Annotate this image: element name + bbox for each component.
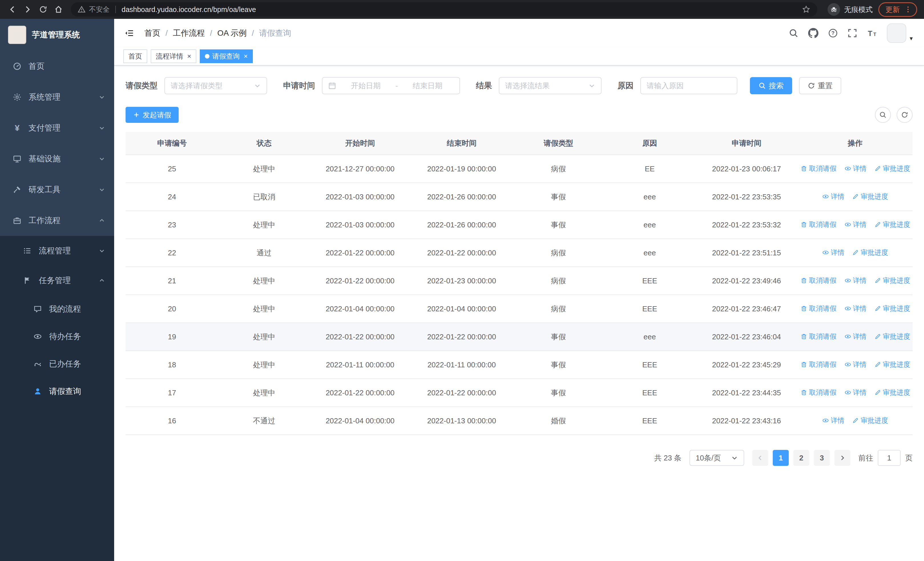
table-row[interactable]: 25 处理中 2021-12-27 00:00:00 2022-01-19 00… bbox=[126, 155, 913, 183]
close-icon[interactable]: × bbox=[187, 52, 191, 60]
table-row[interactable]: 20 处理中 2022-01-04 00:00:00 2022-01-04 00… bbox=[126, 295, 913, 323]
leave-type-select[interactable]: 请选择请假类型 bbox=[164, 77, 267, 94]
sidebar-item-devtools[interactable]: 研发工具 bbox=[0, 174, 114, 205]
table-row[interactable]: 22 通过 2022-01-22 00:00:00 2022-01-22 00:… bbox=[126, 239, 913, 267]
avatar[interactable] bbox=[887, 23, 906, 43]
page-size-select[interactable]: 10条/页 bbox=[689, 450, 744, 466]
user-menu[interactable]: ▼ bbox=[887, 23, 914, 43]
sidebar-item-todo-tasks[interactable]: 待办任务 bbox=[0, 323, 114, 350]
pen-icon bbox=[874, 333, 881, 340]
search-icon[interactable] bbox=[789, 28, 798, 38]
collapse-sidebar-button[interactable] bbox=[124, 28, 134, 38]
cancel-leave-link[interactable]: 取消请假 bbox=[801, 164, 836, 173]
reason-input[interactable] bbox=[646, 81, 731, 90]
sidebar-item-infra[interactable]: 基础设施 bbox=[0, 143, 114, 174]
refresh-table-button[interactable] bbox=[897, 107, 913, 123]
browser-menu-icon[interactable] bbox=[904, 6, 912, 13]
security-chip[interactable]: 不安全 bbox=[78, 5, 110, 14]
fullscreen-icon[interactable] bbox=[848, 28, 857, 38]
cell-end-time: 2022-01-13 00:00:00 bbox=[410, 407, 513, 435]
result-select[interactable]: 请选择流结果 bbox=[499, 77, 602, 94]
sidebar-item-home[interactable]: 首页 bbox=[0, 51, 114, 82]
sidebar-item-system[interactable]: 系统管理 bbox=[0, 82, 114, 113]
progress-link[interactable]: 审批进度 bbox=[874, 276, 910, 285]
detail-link[interactable]: 详情 bbox=[844, 164, 867, 173]
detail-link[interactable]: 详情 bbox=[844, 220, 867, 229]
help-icon[interactable]: ? bbox=[828, 28, 838, 38]
bookmark-star-icon[interactable] bbox=[802, 5, 810, 14]
progress-link[interactable]: 审批进度 bbox=[852, 192, 888, 201]
detail-link[interactable]: 详情 bbox=[844, 388, 867, 397]
refresh-button[interactable] bbox=[35, 2, 51, 17]
progress-link[interactable]: 审批进度 bbox=[874, 360, 910, 369]
cell-leave-type: 婚假 bbox=[513, 407, 604, 435]
url-text: dashboard.yudao.iocoder.cn/bpm/oa/leave bbox=[122, 5, 802, 14]
table-row[interactable]: 23 处理中 2022-01-03 00:00:00 2022-01-26 00… bbox=[126, 211, 913, 239]
goto-page-input[interactable] bbox=[878, 450, 901, 466]
page-button-2[interactable]: 2 bbox=[793, 450, 809, 466]
detail-link[interactable]: 详情 bbox=[844, 276, 867, 285]
tab-process-detail[interactable]: 流程详情 × bbox=[151, 50, 196, 63]
create-leave-button[interactable]: 发起请假 bbox=[126, 107, 178, 123]
sidebar-item-done-tasks[interactable]: 已办任务 bbox=[0, 350, 114, 378]
font-size-icon[interactable]: TT bbox=[867, 28, 877, 38]
detail-link[interactable]: 详情 bbox=[822, 416, 844, 425]
back-button[interactable] bbox=[4, 2, 20, 17]
progress-link[interactable]: 审批进度 bbox=[874, 332, 910, 341]
progress-link[interactable]: 审批进度 bbox=[874, 388, 910, 397]
cancel-leave-link[interactable]: 取消请假 bbox=[801, 332, 836, 341]
progress-link[interactable]: 审批进度 bbox=[852, 416, 888, 425]
detail-link[interactable]: 详情 bbox=[822, 248, 844, 257]
table-row[interactable]: 21 处理中 2022-01-22 00:00:00 2022-01-23 00… bbox=[126, 267, 913, 295]
table-row[interactable]: 18 处理中 2022-01-11 00:00:00 2022-01-11 00… bbox=[126, 351, 913, 379]
detail-label: 详情 bbox=[853, 276, 867, 285]
cell-start-time: 2022-01-04 00:00:00 bbox=[310, 407, 410, 435]
progress-link[interactable]: 审批进度 bbox=[874, 220, 910, 229]
detail-link[interactable]: 详情 bbox=[844, 360, 867, 369]
search-button[interactable]: 搜索 bbox=[750, 77, 792, 94]
sidebar-item-label: 流程管理 bbox=[39, 245, 71, 256]
progress-link[interactable]: 审批进度 bbox=[874, 304, 910, 313]
address-bar[interactable]: 不安全 dashboard.yudao.iocoder.cn/bpm/oa/le… bbox=[71, 2, 817, 17]
cancel-leave-link[interactable]: 取消请假 bbox=[801, 304, 836, 313]
cancel-leave-link[interactable]: 取消请假 bbox=[801, 360, 836, 369]
update-button[interactable]: 更新 bbox=[878, 2, 917, 17]
cell-id: 20 bbox=[126, 295, 218, 323]
breadcrumb-item[interactable]: 工作流程 bbox=[173, 28, 205, 39]
table-row[interactable]: 17 处理中 2022-01-22 00:00:00 2022-01-22 00… bbox=[126, 379, 913, 407]
page-button-3[interactable]: 3 bbox=[814, 450, 830, 466]
table-header-row: 申请编号 状态 开始时间 结束时间 请假类型 原因 申请时间 操作 bbox=[126, 132, 913, 155]
sidebar-item-task-mgmt[interactable]: 任务管理 bbox=[0, 266, 114, 295]
sidebar-item-process-mgmt[interactable]: 流程管理 bbox=[0, 236, 114, 266]
sidebar-item-my-process[interactable]: 我的流程 bbox=[0, 295, 114, 323]
breadcrumb-item[interactable]: 首页 bbox=[144, 28, 160, 39]
toggle-search-button[interactable] bbox=[875, 107, 891, 123]
detail-label: 详情 bbox=[831, 248, 844, 257]
cancel-leave-link[interactable]: 取消请假 bbox=[801, 220, 836, 229]
breadcrumb-item[interactable]: OA 示例 bbox=[218, 28, 247, 39]
tab-leave-query[interactable]: 请假查询 × bbox=[200, 50, 253, 63]
tab-home[interactable]: 首页 bbox=[123, 50, 147, 63]
progress-link[interactable]: 审批进度 bbox=[874, 164, 910, 173]
page-button-1[interactable]: 1 bbox=[773, 450, 789, 466]
close-icon[interactable]: × bbox=[244, 52, 248, 60]
cancel-leave-link[interactable]: 取消请假 bbox=[801, 276, 836, 285]
date-range-picker[interactable]: 开始日期 - 结束日期 bbox=[322, 77, 460, 94]
home-button[interactable] bbox=[51, 2, 66, 17]
table-row[interactable]: 19 处理中 2022-01-22 00:00:00 2022-01-22 00… bbox=[126, 323, 913, 351]
sidebar-item-payment[interactable]: ¥ 支付管理 bbox=[0, 113, 114, 143]
detail-link[interactable]: 详情 bbox=[844, 304, 867, 313]
progress-link[interactable]: 审批进度 bbox=[852, 248, 888, 257]
cancel-leave-link[interactable]: 取消请假 bbox=[801, 388, 836, 397]
forward-button[interactable] bbox=[20, 2, 35, 17]
table-row[interactable]: 16 不通过 2022-01-04 00:00:00 2022-01-13 00… bbox=[126, 407, 913, 435]
sidebar-item-leave-query[interactable]: 请假查询 bbox=[0, 378, 114, 405]
prev-page-button[interactable] bbox=[752, 450, 768, 466]
next-page-button[interactable] bbox=[834, 450, 850, 466]
table-row[interactable]: 24 已取消 2022-01-03 00:00:00 2022-01-26 00… bbox=[126, 183, 913, 211]
github-icon[interactable] bbox=[808, 28, 818, 38]
detail-link[interactable]: 详情 bbox=[844, 332, 867, 341]
sidebar-item-workflow[interactable]: 工作流程 bbox=[0, 205, 114, 236]
reset-button[interactable]: 重置 bbox=[799, 77, 841, 94]
detail-link[interactable]: 详情 bbox=[822, 192, 844, 201]
